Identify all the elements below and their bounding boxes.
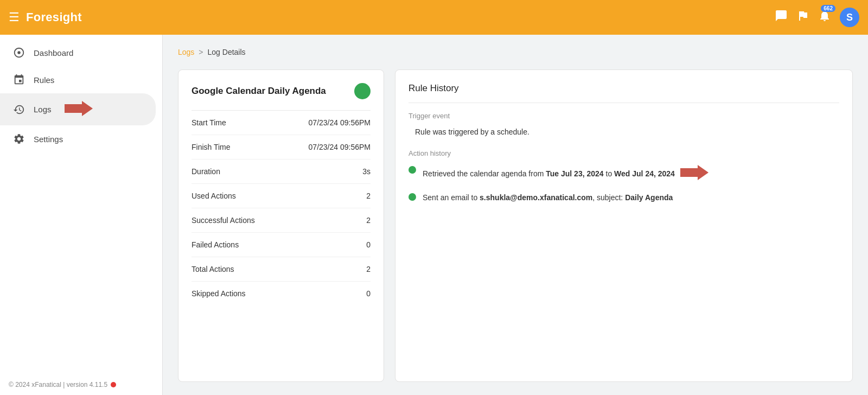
hamburger-icon[interactable]: ☰: [9, 10, 20, 24]
detail-value: 07/23/24 09:56PM: [309, 118, 371, 127]
sidebar: Dashboard Rules Logs Settings: [0, 35, 163, 395]
detail-value: 0: [366, 240, 371, 249]
detail-label: Total Actions: [192, 265, 234, 273]
action-status-dot: [409, 193, 416, 201]
notification-badge: 662: [821, 5, 835, 12]
breadcrumb: Logs > Log Details: [178, 48, 853, 56]
action-text: Sent an email to s.shukla@demo.xfanatica…: [423, 192, 673, 203]
action-text: Retrieved the calendar agenda from Tue J…: [423, 165, 709, 183]
table-row: Skipped Actions 0: [192, 282, 371, 305]
table-row: Total Actions 2: [192, 257, 371, 282]
sidebar-item-rules[interactable]: Rules: [0, 66, 156, 93]
detail-rows: Start Time 07/23/24 09:56PM Finish Time …: [192, 111, 371, 305]
app-title: Foresight: [26, 10, 82, 24]
chat-icon[interactable]: [775, 9, 788, 26]
rules-icon: [13, 74, 25, 86]
detail-label: Start Time: [192, 118, 226, 127]
detail-label: Finish Time: [192, 143, 231, 151]
sidebar-label-settings: Settings: [34, 135, 63, 144]
table-row: Start Time 07/23/24 09:56PM: [192, 111, 371, 135]
sidebar-label-dashboard: Dashboard: [34, 48, 73, 58]
table-row: Duration 3s: [192, 160, 371, 184]
bell-icon[interactable]: 662: [818, 9, 831, 26]
svg-point-0: [17, 51, 21, 54]
action-section-label: Action history: [409, 149, 839, 157]
topnav: ☰ Foresight 662 S: [0, 0, 868, 35]
detail-label: Failed Actions: [192, 240, 239, 249]
panels-row: Google Calendar Daily Agenda Start Time …: [178, 69, 853, 382]
sidebar-footer: © 2024 xFanatical | version 4.11.5: [0, 374, 162, 395]
detail-label: Successful Actions: [192, 216, 255, 225]
detail-value: 2: [366, 216, 371, 225]
trigger-text: Rule was triggered by a schedule.: [409, 125, 839, 138]
settings-icon: [13, 133, 25, 145]
sidebar-item-logs[interactable]: Logs: [0, 93, 156, 125]
detail-value: 2: [366, 192, 371, 200]
svg-marker-2: [680, 165, 709, 180]
flag-icon[interactable]: [796, 9, 809, 26]
sidebar-item-dashboard[interactable]: Dashboard: [0, 39, 156, 66]
detail-value: 2: [366, 265, 371, 273]
svg-marker-1: [65, 101, 93, 116]
table-row: Successful Actions 2: [192, 208, 371, 233]
sidebar-label-rules: Rules: [34, 75, 54, 85]
rule-status-indicator: [354, 83, 371, 99]
dashboard-icon: [13, 47, 25, 59]
breadcrumb-logs-link[interactable]: Logs: [178, 48, 194, 56]
breadcrumb-current: Log Details: [208, 48, 246, 56]
user-avatar[interactable]: S: [840, 8, 859, 27]
detail-label: Used Actions: [192, 192, 236, 200]
footer-text: © 2024 xFanatical | version 4.11.5: [9, 381, 107, 388]
logs-icon: [13, 104, 25, 116]
detail-value: 3s: [362, 167, 371, 176]
breadcrumb-separator: >: [199, 48, 203, 56]
log-card-header: Google Calendar Daily Agenda: [192, 83, 371, 111]
action-item: Sent an email to s.shukla@demo.xfanatica…: [409, 192, 839, 203]
main-content: Logs > Log Details Google Calendar Daily…: [163, 35, 868, 395]
rule-history-card: Rule History Trigger event Rule was trig…: [395, 69, 853, 382]
action-arrow-annotation: [680, 165, 709, 183]
detail-label: Duration: [192, 167, 220, 176]
table-row: Failed Actions 0: [192, 233, 371, 257]
logs-arrow-annotation: [65, 101, 93, 118]
table-row: Finish Time 07/23/24 09:56PM: [192, 135, 371, 160]
action-status-dot: [409, 166, 416, 174]
trigger-section-label: Trigger event: [409, 112, 839, 120]
version-status-dot: [111, 382, 116, 387]
action-items: Retrieved the calendar agenda from Tue J…: [409, 165, 839, 203]
sidebar-item-settings[interactable]: Settings: [0, 125, 156, 152]
detail-value: 07/23/24 09:56PM: [309, 143, 371, 151]
sidebar-label-logs: Logs: [34, 105, 52, 114]
rule-history-title: Rule History: [409, 83, 839, 103]
detail-value: 0: [366, 289, 371, 298]
rule-title: Google Calendar Daily Agenda: [192, 86, 326, 97]
detail-label: Skipped Actions: [192, 289, 246, 298]
table-row: Used Actions 2: [192, 184, 371, 208]
action-item: Retrieved the calendar agenda from Tue J…: [409, 165, 839, 183]
log-detail-card: Google Calendar Daily Agenda Start Time …: [178, 69, 384, 382]
